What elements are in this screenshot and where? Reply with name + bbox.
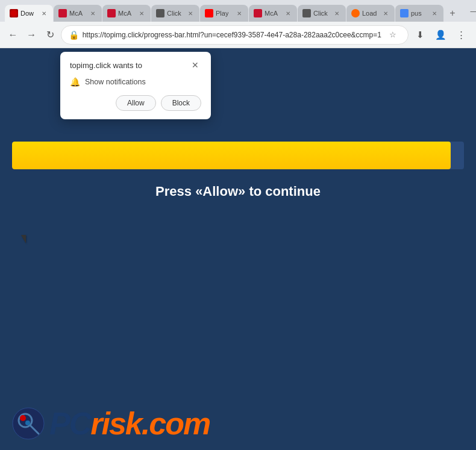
tabs-area: Dow ✕ McA ✕ McA ✕ Click ✕ (5, 0, 461, 22)
tab-title-load: Load (362, 10, 377, 17)
tab-click[interactable]: Click ✕ (151, 5, 199, 22)
tab-play[interactable]: Play ✕ (200, 5, 248, 22)
svg-point-4 (25, 420, 30, 425)
forward-button[interactable]: → (23, 25, 40, 45)
tab-favicon-push (400, 9, 409, 17)
tab-click2[interactable]: Click ✕ (298, 5, 346, 22)
tab-favicon-dow (10, 9, 18, 17)
tab-favicon-click (156, 9, 164, 17)
tab-title-mc1: McA (69, 10, 83, 17)
tab-close-play[interactable]: ✕ (235, 9, 243, 17)
tab-title-mc3: McA (265, 10, 278, 17)
svg-point-3 (20, 415, 26, 421)
tab-close-mc2[interactable]: ✕ (137, 9, 146, 17)
tab-title-push: pus (411, 10, 422, 17)
minimize-button[interactable]: — (466, 2, 476, 19)
tab-mc2[interactable]: McA ✕ (102, 5, 151, 22)
pcrisk-text-block: PCrisk.com (49, 405, 210, 442)
pc-text: PC (49, 406, 90, 441)
popup-permission-text: Show notifications (85, 78, 146, 86)
allow-button[interactable]: Allow (116, 95, 156, 111)
tab-close-load[interactable]: ✕ (381, 9, 390, 17)
pcrisk-icon (12, 407, 45, 440)
progress-bar-container: 97% (12, 142, 464, 169)
tab-favicon-load (351, 9, 360, 17)
browser-window: Dow ✕ McA ✕ McA ✕ Click ✕ (0, 0, 476, 450)
bookmark-button[interactable]: ☆ (385, 27, 401, 43)
tab-title-play: Play (216, 10, 228, 17)
address-bar[interactable]: 🔒 https://topimg.click/progress-bar.html… (61, 25, 409, 45)
tab-favicon-mc2 (107, 9, 116, 17)
tab-load[interactable]: Load ✕ (346, 5, 395, 22)
back-button[interactable]: ← (5, 25, 21, 45)
reload-button[interactable]: ↻ (42, 25, 58, 45)
progress-bar-fill (12, 142, 451, 169)
nav-extras: ⬇ 👤 ⋮ (411, 25, 471, 45)
popup-title: topimg.click wants to (70, 61, 142, 70)
cursor-indicator (21, 235, 26, 243)
page-content: topimg.click wants to ✕ 🔔 Show notificat… (0, 48, 476, 450)
progress-section: 97% (12, 142, 464, 169)
pcrisk-logo: PCrisk.com (12, 405, 210, 442)
profile-button[interactable]: 👤 (431, 25, 451, 45)
popup-header: topimg.click wants to ✕ (70, 59, 201, 71)
cta-text: Press «Allow» to continue (0, 184, 476, 199)
tab-title-dow: Dow (20, 10, 34, 17)
tab-title-click: Click (167, 10, 181, 17)
tab-dow[interactable]: Dow ✕ (5, 5, 53, 22)
tab-close-click2[interactable]: ✕ (333, 9, 341, 17)
address-text: https://topimg.click/progress-bar.html?u… (83, 31, 381, 39)
popup-permission-row: 🔔 Show notifications (70, 77, 201, 87)
tab-close-mc3[interactable]: ✕ (284, 9, 292, 17)
tab-close-mc1[interactable]: ✕ (89, 9, 97, 17)
navigation-bar: ← → ↻ 🔒 https://topimg.click/progress-ba… (0, 22, 476, 48)
tab-favicon-play (205, 9, 213, 17)
tab-mc3[interactable]: McA ✕ (249, 5, 297, 22)
menu-button[interactable]: ⋮ (452, 25, 471, 45)
tab-close-dow[interactable]: ✕ (40, 9, 48, 17)
tab-favicon-mc1 (58, 9, 67, 17)
tab-title-mc2: McA (118, 10, 131, 17)
download-button[interactable]: ⬇ (411, 25, 430, 45)
tab-favicon-click2 (302, 9, 311, 17)
new-tab-button[interactable]: + (444, 5, 461, 22)
risk-text: risk.com (90, 406, 210, 441)
window-controls: — ❐ ✕ (466, 2, 476, 19)
tab-close-click[interactable]: ✕ (186, 9, 195, 17)
tab-mc1[interactable]: McA ✕ (54, 5, 102, 22)
security-icon: 🔒 (69, 30, 79, 40)
tab-close-push[interactable]: ✕ (430, 9, 439, 17)
tab-favicon-mc3 (254, 9, 262, 17)
popup-close-button[interactable]: ✕ (189, 59, 201, 71)
block-button[interactable]: Block (161, 95, 201, 111)
popup-actions: Allow Block (70, 95, 201, 111)
address-actions: ☆ (385, 27, 401, 43)
tab-push[interactable]: pus ✕ (395, 5, 443, 22)
bell-icon: 🔔 (70, 77, 80, 87)
tab-title-click2: Click (313, 10, 328, 17)
notification-popup: topimg.click wants to ✕ 🔔 Show notificat… (60, 52, 211, 119)
title-bar: Dow ✕ McA ✕ McA ✕ Click ✕ (0, 0, 476, 22)
